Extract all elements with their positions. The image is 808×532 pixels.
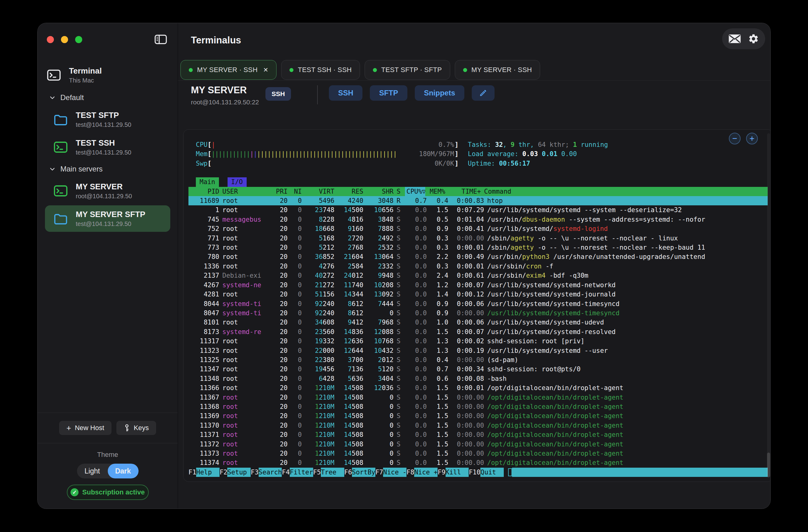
- process-row-771[interactable]: 771root200516827202492S0.00.30:00.00/sbi…: [188, 234, 768, 243]
- column-header-mem[interactable]: MEM%: [427, 187, 445, 196]
- fn-tree-button[interactable]: Tree: [321, 467, 344, 477]
- fn-quit-button[interactable]: Quit: [480, 467, 504, 477]
- edit-button[interactable]: [472, 85, 495, 101]
- pid-cell: 11370: [190, 421, 219, 430]
- mail-icon[interactable]: [728, 34, 741, 44]
- tab-2[interactable]: TEST SSH · SSH: [281, 60, 360, 80]
- htop-tab-main[interactable]: Main: [196, 177, 219, 187]
- fn-key-label: F6: [344, 467, 352, 477]
- column-header-pid[interactable]: PID: [190, 187, 219, 196]
- pid-cell: 11317: [190, 336, 219, 346]
- tab-bar: MY SERVER · SSH✕TEST SSH · SSHTEST SFTP …: [178, 60, 770, 81]
- column-header-ni[interactable]: NI: [291, 187, 302, 196]
- res-cell: 2584: [337, 262, 363, 271]
- process-row-11374[interactable]: 11374root2001210M145080S0.01.50:00.00/op…: [188, 458, 768, 467]
- process-row-11368[interactable]: 11368root2001210M145080S0.01.50:00.00/op…: [188, 402, 768, 411]
- column-header-s[interactable]: S: [397, 187, 403, 196]
- column-header-virt[interactable]: VIRT: [305, 187, 334, 196]
- process-row-752[interactable]: 752root2001866891607888S0.00.90:00.41/us…: [188, 224, 768, 233]
- ni-cell: 0: [291, 234, 302, 243]
- theme-option-dark[interactable]: Dark: [108, 464, 139, 478]
- column-header-cpu[interactable]: CPU%▽: [405, 187, 425, 196]
- theme-option-light[interactable]: Light: [77, 464, 108, 478]
- column-header-pri[interactable]: PRI: [270, 187, 288, 196]
- sidebar-item-test-sftp[interactable]: TEST SFTPtest@104.131.29.50: [45, 106, 170, 133]
- section-header-default[interactable]: Default: [38, 90, 178, 105]
- keys-button[interactable]: Keys: [116, 421, 156, 435]
- process-row-11323[interactable]: 11323root200220001264410432S0.01.30:00.1…: [188, 346, 768, 355]
- process-row-745[interactable]: 745messagebus200822848163848S0.00.50:01.…: [188, 215, 768, 224]
- process-row-11367[interactable]: 11367root2001210M145080S0.01.50:00.00/op…: [188, 393, 768, 402]
- fn-kill-button[interactable]: Kill: [445, 467, 469, 477]
- column-header-shr[interactable]: SHR: [366, 187, 393, 196]
- close-window-button[interactable]: [47, 36, 54, 43]
- process-row-1336[interactable]: 1336root200427625842332S0.00.30:00.01/us…: [188, 262, 768, 271]
- snippets-button[interactable]: Snippets: [415, 85, 464, 101]
- process-row-773[interactable]: 773root200521227682532S0.00.30:00.01/sbi…: [188, 243, 768, 252]
- fn-nice--button[interactable]: Nice -: [383, 467, 406, 477]
- scrollbar-track[interactable]: [767, 133, 770, 478]
- virt-cell: 21272: [305, 280, 334, 290]
- minimize-window-button[interactable]: [61, 36, 68, 43]
- process-row-11347[interactable]: 11347root2001945671365120S0.00.70:00.34s…: [188, 365, 768, 374]
- close-icon[interactable]: ✕: [262, 66, 269, 74]
- process-row-780[interactable]: 780root200368522160413064S0.02.20:00.49/…: [188, 252, 768, 261]
- process-row-4281[interactable]: 4281root200511561434413092S0.01.40:00.12…: [188, 290, 768, 299]
- gear-icon[interactable]: [748, 33, 759, 44]
- tab-4[interactable]: MY SERVER · SSH: [455, 60, 540, 80]
- process-row-1[interactable]: 1root200237481450010656S0.01.50:07.29/us…: [188, 205, 768, 215]
- process-row-11371[interactable]: 11371root2001210M145080S0.01.50:00.00/op…: [188, 430, 768, 439]
- fn-sortby-button[interactable]: SortBy: [352, 467, 375, 477]
- process-row-2137[interactable]: 2137Debian-exi20040272240129948S0.02.40:…: [188, 271, 768, 280]
- process-row-11317[interactable]: 11317root200193321263610768S0.01.30:00.0…: [188, 336, 768, 346]
- pid-cell: 771: [190, 234, 219, 243]
- zoom-out-button[interactable]: −: [729, 133, 740, 144]
- process-row-8044[interactable]: 8044systemd-ti2009224086127444S0.00.90:0…: [188, 299, 768, 309]
- process-row-11689[interactable]: 11689root200549642403048R0.70.40:00.83ht…: [188, 196, 768, 205]
- fn-filter-button[interactable]: Filter: [290, 467, 313, 477]
- sidebar-item-my-server[interactable]: MY SERVERroot@104.131.29.50: [45, 178, 170, 204]
- process-row-11369[interactable]: 11369root2001210M145080S0.01.50:00.00/op…: [188, 411, 768, 421]
- shr-cell: 0: [366, 421, 393, 430]
- section-header-main-servers[interactable]: Main servers: [38, 162, 178, 177]
- fn-setup-button[interactable]: Setup: [227, 467, 251, 477]
- scrollbar-thumb[interactable]: [767, 453, 770, 477]
- column-header-res[interactable]: RES: [337, 187, 363, 196]
- column-header-cmd[interactable]: Command: [484, 187, 768, 196]
- fn-help-button[interactable]: Help: [196, 467, 220, 477]
- column-header-time[interactable]: TIME+: [448, 187, 481, 196]
- process-row-11325[interactable]: 11325root2002238037002012S0.00.40:00.00(…: [188, 355, 768, 365]
- sidebar-item-test-ssh[interactable]: TEST SSHtest@104.131.29.50: [45, 134, 170, 160]
- zoom-in-button[interactable]: +: [746, 133, 758, 144]
- time-cell: 0:00.19: [452, 346, 484, 355]
- sidebar-item-my-server-sftp[interactable]: MY SERVER SFTPtest@104.131.29.50: [45, 205, 170, 232]
- local-terminal-item[interactable]: Terminal This Mac: [47, 66, 102, 84]
- tab-1[interactable]: MY SERVER · SSH✕: [181, 60, 276, 80]
- process-row-8173[interactable]: 8173systemd-re200235601483612088S0.01.50…: [188, 327, 768, 336]
- res-cell: 2768: [337, 243, 363, 252]
- mem-cell: 0.4: [430, 196, 448, 205]
- process-row-8101[interactable]: 8101root2003460894127968S0.01.00:00.06/u…: [188, 318, 768, 327]
- user-cell: root: [222, 243, 267, 252]
- htop-tab-io[interactable]: I/O: [227, 177, 247, 187]
- tab-3[interactable]: TEST SFTP · SFTP: [365, 60, 450, 80]
- process-row-11373[interactable]: 11373root2001210M145080S0.01.50:00.00/op…: [188, 449, 768, 458]
- process-row-8047[interactable]: 8047systemd-ti2009224086120S0.00.90:00.0…: [188, 309, 768, 318]
- cmd-cell: (sd-pam): [487, 355, 768, 365]
- process-row-11370[interactable]: 11370root2001210M145080S0.01.50:00.00/op…: [188, 421, 768, 430]
- column-header-user[interactable]: USER: [222, 187, 267, 196]
- zoom-window-button[interactable]: [75, 36, 82, 43]
- fn-nice--button[interactable]: Nice +: [414, 467, 438, 477]
- fn-key-label: F8: [406, 467, 414, 477]
- sftp-button[interactable]: SFTP: [370, 85, 407, 101]
- process-row-11372[interactable]: 11372root2001210M145080S0.01.50:00.00/op…: [188, 440, 768, 449]
- process-row-11348[interactable]: 11348root200642856363404S0.00.60:00.08-b…: [188, 374, 768, 383]
- sidebar-toggle-icon[interactable]: [154, 34, 167, 45]
- process-row-11366[interactable]: 11366root2001210M1450812036S0.01.50:00.0…: [188, 383, 768, 392]
- new-host-button[interactable]: + New Host: [59, 421, 112, 435]
- fn-search-button[interactable]: Search: [259, 467, 282, 477]
- user-cell: systemd-ti: [222, 309, 267, 318]
- mem-cell: 1.0: [430, 318, 448, 327]
- process-row-4267[interactable]: 4267systemd-ne200212721174010208S0.01.20…: [188, 280, 768, 290]
- ssh-button[interactable]: SSH: [329, 85, 363, 101]
